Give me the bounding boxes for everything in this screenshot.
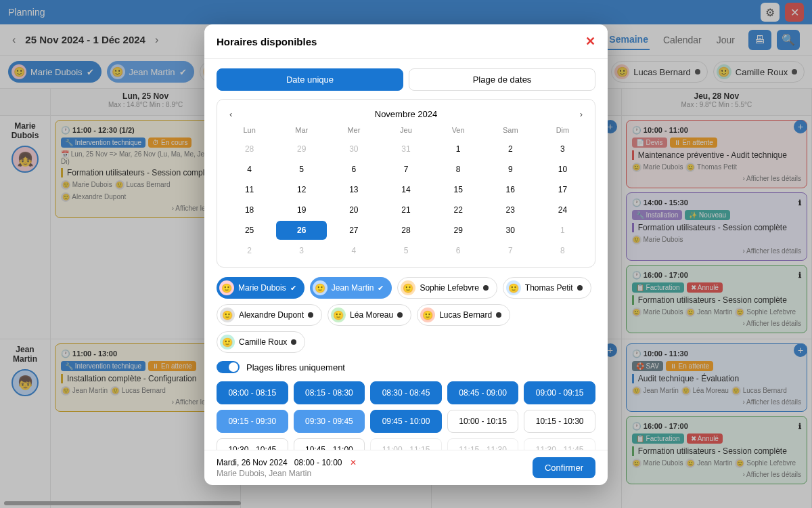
calendar-day[interactable]: 1 [537, 221, 588, 240]
calendar-day[interactable]: 21 [380, 200, 431, 219]
status-dot [483, 285, 489, 291]
calendar-day[interactable]: 8 [537, 241, 588, 260]
modal-overlay[interactable]: Horaires disponibles ✕ Date unique Plage… [0, 0, 812, 508]
calendar-day[interactable]: 13 [328, 180, 379, 199]
toggle-single-date[interactable]: Date unique [217, 68, 403, 91]
person-pill[interactable]: 🙂 Alexandre Dupont [217, 304, 322, 326]
person-pill[interactable]: 🙂 Lucas Bernard [417, 304, 510, 326]
calendar-day[interactable]: 27 [328, 221, 379, 240]
toggle-date-range[interactable]: Plage de dates [409, 68, 595, 91]
person-pill[interactable]: 🙂 Sophie Lefebvre [397, 277, 497, 299]
prev-month-button[interactable]: ‹ [229, 109, 232, 119]
check-icon: ✔ [290, 284, 296, 293]
calendar-day[interactable]: 17 [537, 180, 588, 199]
calendar-day[interactable]: 16 [485, 180, 536, 199]
calendar-day[interactable]: 12 [276, 180, 327, 199]
calendar-day[interactable]: 30 [485, 221, 536, 240]
person-pill[interactable]: 🙂 Thomas Petit [503, 277, 591, 299]
calendar-dow: Dim [537, 122, 588, 138]
time-slot[interactable]: 09:00 - 09:15 [524, 381, 595, 404]
time-slot[interactable]: 09:30 - 09:45 [294, 410, 365, 433]
status-dot [397, 312, 403, 318]
time-slot[interactable]: 10:45 - 11:00 [294, 438, 365, 450]
time-slot[interactable]: 08:30 - 08:45 [370, 381, 442, 404]
calendar-dow: Ven [433, 122, 484, 138]
time-slot[interactable]: 10:00 - 10:15 [447, 410, 519, 433]
next-month-button[interactable]: › [580, 109, 583, 119]
modal-close-button[interactable]: ✕ [585, 34, 595, 49]
clear-selection-button[interactable]: ✕ [350, 458, 357, 467]
calendar-day[interactable]: 23 [485, 200, 536, 219]
time-slot[interactable]: 09:15 - 09:30 [217, 410, 288, 433]
calendar-day[interactable]: 15 [433, 180, 484, 199]
person-name: Alexandre Dupont [239, 310, 304, 320]
avatar-icon: 🙂 [331, 308, 346, 322]
calendar-day[interactable]: 5 [380, 241, 431, 260]
person-pill[interactable]: 🙂 Léa Moreau [328, 304, 411, 326]
calendar-day[interactable]: 10 [537, 160, 588, 179]
time-slot[interactable]: 08:00 - 08:15 [217, 381, 288, 404]
calendar-day[interactable]: 30 [328, 140, 379, 158]
calendar-day[interactable]: 11 [224, 180, 275, 199]
time-slot[interactable]: 11:30 - 11:45 [524, 438, 595, 450]
calendar-day[interactable]: 19 [276, 200, 327, 219]
calendar-month-label: Novembre 2024 [375, 109, 438, 119]
time-slot[interactable]: 10:30 - 10:45 [217, 438, 288, 450]
time-slot[interactable]: 11:00 - 11:15 [370, 438, 442, 450]
avatar-icon: 🙂 [506, 280, 521, 295]
calendar-day[interactable]: 7 [380, 160, 431, 179]
people-selector: 🙂 Marie Dubois ✔ 🙂 Jean Martin ✔ 🙂 Sophi… [217, 277, 595, 353]
calendar-day[interactable]: 25 [224, 221, 275, 240]
selected-people: Marie Dubois, Jean Martin [217, 469, 357, 478]
calendar-day[interactable]: 4 [328, 241, 379, 260]
avatar-icon: 🙂 [313, 280, 328, 295]
calendar-day[interactable]: 26 [276, 221, 327, 240]
status-dot [496, 312, 501, 318]
person-name: Marie Dubois [238, 283, 286, 293]
calendar-day[interactable]: 22 [433, 200, 484, 219]
calendar-day[interactable]: 2 [224, 241, 275, 260]
calendar-day[interactable]: 4 [224, 160, 275, 179]
free-slots-label: Plages libres uniquement [246, 362, 345, 373]
calendar-day[interactable]: 14 [380, 180, 431, 199]
calendar-day[interactable]: 18 [224, 200, 275, 219]
time-slot[interactable]: 09:45 - 10:00 [370, 410, 442, 433]
avatar-icon: 🙂 [401, 280, 415, 295]
calendar-day[interactable]: 6 [433, 241, 484, 260]
calendar-day[interactable]: 3 [537, 140, 588, 158]
check-icon: ✔ [378, 284, 384, 293]
calendar-day[interactable]: 29 [433, 221, 484, 240]
calendar-day[interactable]: 3 [276, 241, 327, 260]
person-pill[interactable]: 🙂 Jean Martin ✔ [310, 277, 392, 299]
person-pill[interactable]: 🙂 Camille Roux [217, 331, 305, 353]
person-name: Thomas Petit [525, 283, 573, 293]
calendar-day[interactable]: 29 [276, 140, 327, 158]
calendar-day[interactable]: 7 [485, 241, 536, 260]
status-dot [577, 285, 583, 291]
free-slots-toggle[interactable] [217, 361, 240, 373]
calendar-day[interactable]: 6 [328, 160, 379, 179]
time-slot[interactable]: 08:45 - 09:00 [447, 381, 519, 404]
calendar-day[interactable]: 24 [537, 200, 588, 219]
time-slot[interactable]: 10:15 - 10:30 [524, 410, 595, 433]
time-slot-grid: 08:00 - 08:1508:15 - 08:3008:30 - 08:450… [217, 381, 595, 450]
time-slot[interactable]: 08:15 - 08:30 [294, 381, 365, 404]
confirm-button[interactable]: Confirmer [533, 457, 595, 478]
calendar-day[interactable]: 1 [433, 140, 484, 158]
calendar-day[interactable]: 20 [328, 200, 379, 219]
person-name: Léa Moreau [350, 310, 393, 320]
calendar-day[interactable]: 9 [485, 160, 536, 179]
selected-time: 08:00 - 10:00 [294, 458, 342, 467]
calendar-day[interactable]: 2 [485, 140, 536, 158]
person-pill[interactable]: 🙂 Marie Dubois ✔ [217, 277, 304, 299]
time-slot[interactable]: 11:15 - 11:30 [447, 438, 519, 450]
calendar-day[interactable]: 8 [433, 160, 484, 179]
status-dot [308, 312, 313, 318]
calendar-dow: Jeu [380, 122, 431, 138]
calendar-day[interactable]: 28 [380, 221, 431, 240]
calendar-day[interactable]: 28 [224, 140, 275, 158]
calendar-day[interactable]: 31 [380, 140, 431, 158]
calendar-day[interactable]: 5 [276, 160, 327, 179]
person-name: Lucas Bernard [439, 310, 492, 320]
calendar-dow: Lun [224, 122, 275, 138]
